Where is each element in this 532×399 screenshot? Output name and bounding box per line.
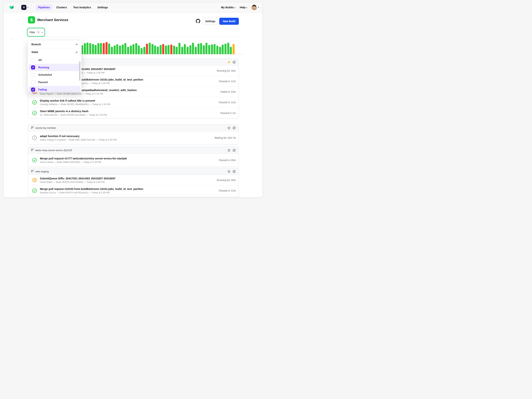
build-bar-passed[interactable] (230, 47, 232, 54)
build-bar-passed[interactable] (111, 47, 113, 54)
build-bar-failed[interactable] (106, 42, 108, 54)
star-icon[interactable] (227, 126, 231, 129)
option-all[interactable]: All (29, 56, 80, 64)
github-icon[interactable] (196, 19, 200, 23)
build-bar-passed[interactable] (195, 47, 197, 54)
build-bar-passed[interactable] (187, 47, 189, 54)
build-bar-passed[interactable] (86, 43, 89, 54)
build-title[interactable]: Merge pull request #1777 taeluralexis/re… (40, 157, 127, 160)
build-bar-passed[interactable] (114, 45, 116, 54)
checkbox[interactable] (31, 80, 35, 84)
pipeline-card-header[interactable]: taelur-retry-server-errors-JQ1019 (28, 147, 239, 154)
build-bar-passed[interactable] (152, 44, 153, 54)
build-bar-passed[interactable] (130, 45, 132, 54)
tab-test-analytics[interactable]: Test Analytics (70, 4, 94, 11)
build-row[interactable]: SubmitQueue Diffs: 25417021 25414301 254… (28, 175, 239, 185)
build-title[interactable]: SubmitQueue Diffs: 25417021 25414301 254… (40, 177, 116, 180)
build-bar-passed[interactable] (138, 45, 140, 54)
tab-clusters[interactable]: Clusters (54, 4, 70, 11)
build-title[interactable]: Display anchor link if callout title is … (40, 99, 110, 102)
org-menu-caret-icon[interactable]: ▾ (27, 6, 28, 8)
build-bar-failed[interactable] (146, 44, 148, 54)
ban-icon[interactable] (233, 61, 236, 64)
build-title[interactable]: Merge pull request #10153 from buildkite… (40, 188, 143, 190)
filter-button[interactable]: Filter 5 ▴ (28, 29, 44, 36)
build-bar-passed[interactable] (135, 43, 137, 54)
build-bar-passed[interactable] (181, 47, 183, 54)
build-row[interactable]: adapt function if not necessary Selina C… (28, 131, 239, 144)
build-bar-running[interactable] (233, 44, 234, 54)
build-row[interactable]: Merge pull request #1777 taeluralexis/re… (28, 154, 239, 167)
build-bar-passed[interactable] (224, 44, 227, 54)
build-bar-passed[interactable] (219, 47, 221, 54)
checkbox[interactable] (31, 58, 35, 62)
build-bar-passed[interactable] (108, 43, 110, 54)
build-bar-passed[interactable] (208, 45, 210, 54)
tab-pipelines[interactable]: Pipelines (36, 4, 53, 11)
build-bar-passed[interactable] (143, 47, 145, 54)
build-row[interactable]: Display anchor link if callout title is … (28, 97, 239, 108)
build-bar-failed[interactable] (170, 44, 172, 54)
build-bar-passed[interactable] (140, 48, 143, 54)
build-bar-passed[interactable] (95, 45, 97, 54)
build-bar-passed[interactable] (227, 43, 229, 54)
tab-settings[interactable]: Settings (95, 4, 110, 11)
checkbox[interactable] (31, 88, 35, 92)
build-bar-passed[interactable] (216, 46, 218, 54)
build-bar-passed[interactable] (100, 43, 102, 54)
new-build-button[interactable]: New Build (219, 18, 239, 25)
star-icon[interactable] (227, 61, 231, 64)
ban-icon[interactable] (233, 149, 236, 152)
build-row[interactable]: Store MIME parents in a distincy Hash Dr… (28, 108, 239, 118)
option-failing[interactable]: Failing (29, 86, 80, 92)
option-scheduled[interactable]: Scheduled (29, 71, 80, 78)
option-running[interactable]: Running (29, 64, 80, 71)
build-bar-passed[interactable] (92, 44, 94, 54)
dropdown-section-branch[interactable]: Branch (28, 40, 82, 48)
build-bar-passed[interactable] (119, 45, 121, 54)
build-bar-passed[interactable] (211, 44, 213, 54)
build-bar-passed[interactable] (124, 43, 126, 54)
build-bar-passed[interactable] (222, 44, 224, 54)
build-bar-passed[interactable] (189, 45, 191, 54)
build-bar-passed[interactable] (157, 47, 159, 54)
build-bar-passed[interactable] (89, 43, 91, 54)
buildkite-logo-icon[interactable] (9, 5, 16, 10)
build-bar-passed[interactable] (168, 45, 170, 54)
build-bar-passed[interactable] (184, 44, 186, 54)
star-icon[interactable] (227, 149, 231, 152)
build-bar-passed[interactable] (214, 44, 215, 54)
checkbox[interactable] (31, 65, 35, 70)
org-avatar[interactable] (21, 5, 26, 10)
build-bar-passed[interactable] (122, 44, 124, 54)
build-bar-passed[interactable] (192, 43, 194, 54)
build-bar-failed[interactable] (103, 43, 105, 54)
build-title[interactable]: Store MIME parents in a distincy Hash (40, 110, 107, 113)
ban-icon[interactable] (233, 170, 236, 173)
build-bar-passed[interactable] (203, 45, 205, 54)
build-bar-passed[interactable] (165, 45, 167, 54)
dropdown-section-state[interactable]: State (28, 48, 82, 56)
build-bar-passed[interactable] (197, 44, 200, 54)
build-bar-passed[interactable] (116, 44, 118, 54)
user-menu-caret-icon[interactable]: ▾ (258, 6, 259, 8)
build-title[interactable]: adapt function if not necessary (40, 135, 117, 138)
dropdown-scrollbar[interactable] (79, 61, 80, 81)
pipeline-card-header[interactable]: events-by-member (28, 125, 239, 131)
build-bar-passed[interactable] (176, 47, 178, 54)
build-bar-passed[interactable] (173, 46, 175, 54)
build-bar-passed[interactable] (205, 43, 208, 54)
build-bar-passed[interactable] (84, 43, 86, 54)
build-bar-passed[interactable] (160, 45, 162, 54)
build-bar-passed[interactable] (127, 47, 129, 54)
help-menu[interactable]: Help▾ (240, 6, 247, 9)
ban-icon[interactable] (233, 126, 236, 129)
build-bar-passed[interactable] (149, 43, 151, 54)
build-bar-passed[interactable] (154, 45, 156, 54)
build-bar-passed[interactable] (133, 44, 134, 54)
user-avatar[interactable] (251, 5, 257, 10)
settings-button[interactable]: Settings (203, 18, 218, 25)
build-bar-passed[interactable] (97, 43, 99, 54)
star-icon[interactable] (227, 170, 231, 173)
build-bar-failed[interactable] (162, 44, 164, 54)
